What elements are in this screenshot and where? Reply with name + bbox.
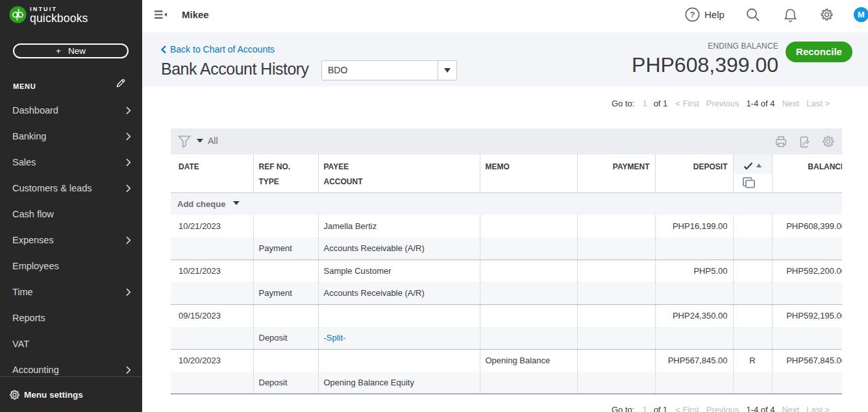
svg-text:?: ? (690, 10, 695, 19)
